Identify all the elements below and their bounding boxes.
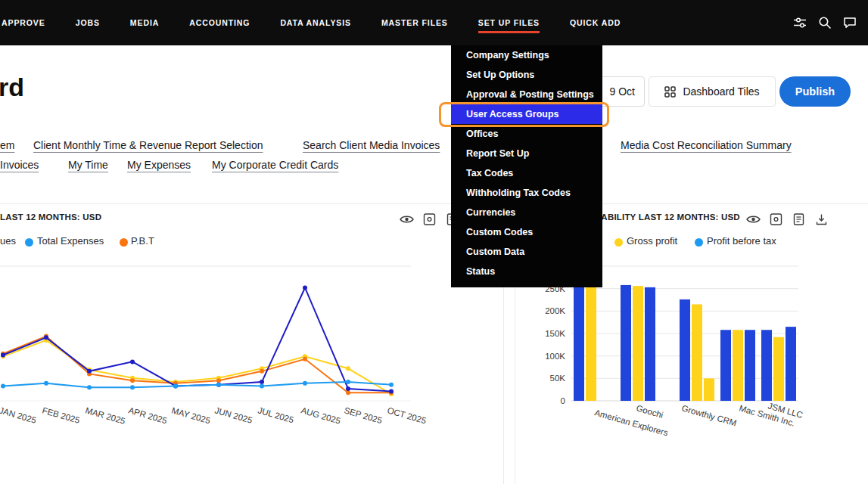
svg-text:100K: 100K: [545, 352, 565, 361]
left-panel-title: LAST 12 MONTHS: USD: [0, 213, 101, 222]
grid-tiles-icon: [664, 86, 676, 98]
svg-text:0: 0: [561, 396, 565, 405]
pbt-legend-dot: [120, 238, 128, 247]
total-expenses-legend-dot: [25, 238, 33, 247]
link-media-cost-reconciliation[interactable]: Media Cost Reconciliation Summary: [621, 139, 792, 151]
link-cut-left-1[interactable]: em: [0, 139, 14, 151]
menu-item-currencies[interactable]: Currencies: [451, 203, 602, 222]
nav-item-set-up-files-label: SET UP FILES: [478, 18, 540, 27]
svg-text:JAN 2025: JAN 2025: [0, 405, 37, 424]
page-title: rd: [0, 74, 24, 100]
nav-icons: [792, 15, 868, 30]
search-icon[interactable]: [817, 15, 832, 30]
profit-loss-line-chart: JAN 2025FEB 2025MAR 2025APR 2025MAY 2025…: [0, 257, 499, 484]
gross-profit-legend-dot: [614, 238, 623, 247]
top-nav: APPROVE JOBS MEDIA ACCOUNTING DATA ANALY…: [0, 0, 868, 45]
eye-icon[interactable]: [746, 213, 761, 225]
menu-item-tax-codes[interactable]: Tax Codes: [451, 163, 602, 183]
svg-text:MAY 2025: MAY 2025: [170, 405, 211, 425]
menu-item-user-access-groups[interactable]: User Access Groups: [451, 104, 602, 124]
set-up-files-dropdown: Company Settings Set Up Options Approval…: [451, 45, 602, 287]
svg-text:50K: 50K: [550, 374, 566, 383]
link-my-time[interactable]: My Time: [68, 159, 108, 171]
link-my-corporate-credit-cards[interactable]: My Corporate Credit Cards: [212, 159, 338, 171]
menu-item-custom-codes[interactable]: Custom Codes: [451, 222, 602, 242]
snapshot-icon[interactable]: [422, 213, 437, 225]
svg-text:MAR 2025: MAR 2025: [84, 405, 126, 426]
profit-before-tax-legend-dot: [695, 238, 703, 247]
download-icon[interactable]: [814, 213, 829, 225]
filter-sliders-icon[interactable]: [792, 15, 807, 30]
nav-item-set-up-files[interactable]: SET UP FILES: [478, 18, 540, 27]
svg-text:FEB 2025: FEB 2025: [41, 405, 80, 425]
link-search-client-media-invoices[interactable]: Search Client Media Invoices: [303, 139, 440, 151]
client-profitability-bar-chart: 050K100K150K200K250KAmerican ExplorersGo…: [522, 257, 868, 484]
nav-item-data-analysis[interactable]: DATA ANALYSIS: [280, 18, 351, 27]
pbt-legend-label[interactable]: P.B.T: [131, 235, 154, 247]
svg-text:APR 2025: APR 2025: [127, 405, 168, 425]
link-invoices[interactable]: Invoices: [0, 159, 39, 171]
left-legend-cut-label[interactable]: ues: [0, 235, 16, 247]
nav-item-quick-add[interactable]: QUICK ADD: [570, 18, 621, 27]
svg-text:JUL 2025: JUL 2025: [257, 405, 294, 424]
menu-item-withholding-tax-codes[interactable]: Withholding Tax Codes: [451, 183, 602, 203]
link-my-expenses[interactable]: My Expenses: [127, 159, 191, 171]
total-expenses-legend-label[interactable]: Total Expenses: [37, 235, 104, 247]
active-nav-underline: [478, 31, 540, 33]
profit-before-tax-legend-label[interactable]: Profit before tax: [707, 235, 776, 247]
gross-profit-legend-label[interactable]: Gross profit: [627, 235, 677, 247]
menu-item-custom-data[interactable]: Custom Data: [451, 242, 602, 262]
svg-text:Growthly CRM: Growthly CRM: [680, 403, 737, 427]
svg-text:SEP 2025: SEP 2025: [343, 405, 383, 425]
right-panel-title: TABILITY LAST 12 MONTHS: USD: [596, 213, 740, 222]
right-panel-icons: [746, 213, 829, 225]
svg-text:150K: 150K: [545, 329, 565, 338]
snapshot-icon[interactable]: [769, 213, 783, 225]
chat-icon[interactable]: [842, 15, 857, 30]
document-icon[interactable]: [792, 213, 806, 225]
dashboard-tiles-button[interactable]: Dashboard Tiles: [649, 76, 776, 107]
svg-text:200K: 200K: [545, 306, 565, 315]
publish-button[interactable]: Publish: [779, 76, 851, 107]
nav-item-approve[interactable]: APPROVE: [2, 18, 45, 27]
svg-text:AUG 2025: AUG 2025: [300, 405, 341, 425]
link-client-monthly-report[interactable]: Client Monthly Time & Revenue Report Sel…: [33, 139, 263, 151]
svg-text:Goochi: Goochi: [635, 403, 664, 420]
eye-icon[interactable]: [400, 213, 414, 225]
svg-text:JUN 2025: JUN 2025: [213, 405, 253, 425]
nav-item-accounting[interactable]: ACCOUNTING: [189, 18, 250, 27]
menu-item-status[interactable]: Status: [451, 262, 602, 281]
menu-item-approval-posting-settings[interactable]: Approval & Posting Settings: [451, 85, 602, 104]
menu-item-company-settings[interactable]: Company Settings: [451, 45, 602, 65]
menu-item-offices[interactable]: Offices: [451, 124, 602, 144]
menu-item-set-up-options[interactable]: Set Up Options: [451, 65, 602, 85]
svg-text:OCT 2025: OCT 2025: [386, 405, 427, 425]
nav-item-master-files[interactable]: MASTER FILES: [381, 18, 448, 27]
nav-item-jobs[interactable]: JOBS: [76, 18, 100, 27]
menu-item-report-set-up[interactable]: Report Set Up: [451, 144, 602, 163]
nav-item-media[interactable]: MEDIA: [130, 18, 159, 27]
dashboard-tiles-label: Dashboard Tiles: [683, 85, 759, 98]
